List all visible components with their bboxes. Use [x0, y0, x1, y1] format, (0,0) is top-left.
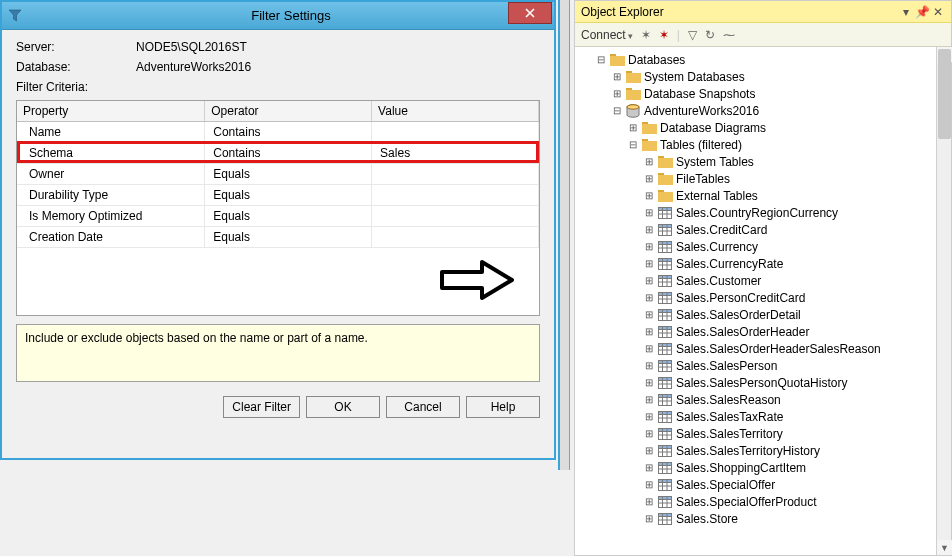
tree-table-node[interactable]: ⊞Sales.SalesTerritory — [579, 425, 950, 442]
expand-icon[interactable]: ⊞ — [643, 394, 655, 406]
clear-filter-button[interactable]: Clear Filter — [223, 396, 300, 418]
expand-icon[interactable]: ⊞ — [643, 275, 655, 287]
tree-table-node[interactable]: ⊞Sales.Customer — [579, 272, 950, 289]
expand-icon[interactable]: ⊞ — [611, 88, 623, 100]
tree-table-node[interactable]: ⊞Sales.SalesTaxRate — [579, 408, 950, 425]
criteria-cell-property[interactable]: Is Memory Optimized — [17, 206, 205, 227]
criteria-cell-property[interactable]: Creation Date — [17, 227, 205, 248]
expand-icon[interactable]: ⊞ — [627, 122, 639, 134]
disconnect-icon[interactable]: ✶ — [641, 28, 651, 42]
expand-icon[interactable]: ⊞ — [643, 496, 655, 508]
criteria-cell-operator[interactable]: Equals — [205, 164, 372, 185]
criteria-cell-operator[interactable]: Contains — [205, 122, 372, 143]
tree-table-node[interactable]: ⊞Sales.Currency — [579, 238, 950, 255]
cancel-button[interactable]: Cancel — [386, 396, 460, 418]
expand-icon[interactable]: ⊞ — [643, 326, 655, 338]
scroll-thumb[interactable] — [938, 49, 951, 139]
expand-icon[interactable]: ⊞ — [643, 156, 655, 168]
criteria-cell-operator[interactable]: Equals — [205, 185, 372, 206]
expand-icon[interactable]: ⊞ — [643, 360, 655, 372]
criteria-cell-property[interactable]: Schema — [17, 143, 205, 164]
expand-icon[interactable]: ⊞ — [643, 462, 655, 474]
pin-icon[interactable]: 📌 — [915, 5, 929, 19]
criteria-row[interactable]: Durability TypeEquals — [17, 185, 539, 206]
criteria-cell-property[interactable]: Name — [17, 122, 205, 143]
criteria-row[interactable]: Creation DateEquals — [17, 227, 539, 248]
criteria-cell-property[interactable]: Owner — [17, 164, 205, 185]
criteria-cell-value[interactable] — [372, 164, 539, 185]
tree-table-node[interactable]: ⊞Sales.CurrencyRate — [579, 255, 950, 272]
expand-icon[interactable]: ⊞ — [643, 173, 655, 185]
scroll-down-icon[interactable]: ▼ — [937, 540, 952, 555]
criteria-row[interactable]: NameContains — [17, 122, 539, 143]
expand-icon[interactable]: ⊞ — [643, 224, 655, 236]
tree-folder-node[interactable]: ⊞FileTables — [579, 170, 950, 187]
tree-table-node[interactable]: ⊞Sales.SalesPersonQuotaHistory — [579, 374, 950, 391]
tree-table-node[interactable]: ⊞Sales.SalesOrderHeaderSalesReason — [579, 340, 950, 357]
criteria-cell-operator[interactable]: Equals — [205, 227, 372, 248]
tree-table-node[interactable]: ⊞Sales.SalesReason — [579, 391, 950, 408]
tree-folder-node[interactable]: ⊞External Tables — [579, 187, 950, 204]
tree-table-node[interactable]: ⊞Sales.Store — [579, 510, 950, 527]
tree-table-node[interactable]: ⊞Sales.SpecialOffer — [579, 476, 950, 493]
close-button[interactable] — [508, 2, 552, 24]
collapse-icon[interactable]: ⊟ — [611, 105, 623, 117]
help-button[interactable]: Help — [466, 396, 540, 418]
criteria-row[interactable]: Is Memory OptimizedEquals — [17, 206, 539, 227]
ok-button[interactable]: OK — [306, 396, 380, 418]
tree-folder-node[interactable]: ⊟Databases — [579, 51, 950, 68]
criteria-cell-operator[interactable]: Contains — [205, 143, 372, 164]
object-explorer-tree[interactable]: ⊟Databases⊞System Databases⊞Database Sna… — [575, 47, 951, 555]
criteria-cell-property[interactable]: Durability Type — [17, 185, 205, 206]
expand-icon[interactable]: ⊞ — [643, 411, 655, 423]
expand-icon[interactable]: ⊞ — [643, 207, 655, 219]
tree-db-node[interactable]: ⊟AdventureWorks2016 — [579, 102, 950, 119]
tree-table-node[interactable]: ⊞Sales.SalesOrderDetail — [579, 306, 950, 323]
expand-icon[interactable]: ⊞ — [643, 292, 655, 304]
expand-icon[interactable]: ⊞ — [643, 190, 655, 202]
stop-icon[interactable]: ✶ — [659, 28, 669, 42]
window-dropdown-icon[interactable]: ▾ — [899, 5, 913, 19]
object-explorer-titlebar[interactable]: Object Explorer ▾ 📌 ✕ — [575, 1, 951, 23]
col-operator[interactable]: Operator — [205, 101, 372, 122]
activity-icon[interactable]: ⁓ — [723, 28, 735, 42]
collapse-icon[interactable]: ⊟ — [627, 139, 639, 151]
tree-table-node[interactable]: ⊞Sales.CountryRegionCurrency — [579, 204, 950, 221]
expand-icon[interactable]: ⊞ — [643, 258, 655, 270]
col-property[interactable]: Property — [17, 101, 205, 122]
expand-icon[interactable]: ⊞ — [643, 479, 655, 491]
tree-table-node[interactable]: ⊞Sales.CreditCard — [579, 221, 950, 238]
expand-icon[interactable]: ⊞ — [643, 309, 655, 321]
criteria-cell-value[interactable] — [372, 185, 539, 206]
expand-icon[interactable]: ⊞ — [643, 241, 655, 253]
criteria-cell-value[interactable] — [372, 206, 539, 227]
expand-icon[interactable]: ⊞ — [611, 71, 623, 83]
criteria-row[interactable]: OwnerEquals — [17, 164, 539, 185]
criteria-cell-operator[interactable]: Equals — [205, 206, 372, 227]
connect-button[interactable]: Connect — [581, 28, 633, 42]
tree-folder-node[interactable]: ⊞Database Snapshots — [579, 85, 950, 102]
expand-icon[interactable]: ⊞ — [643, 428, 655, 440]
close-icon[interactable]: ✕ — [931, 5, 945, 19]
vertical-scrollbar[interactable]: ▲ ▼ — [936, 47, 951, 555]
expand-icon[interactable]: ⊞ — [643, 513, 655, 525]
tree-folder-node[interactable]: ⊞System Databases — [579, 68, 950, 85]
tree-table-node[interactable]: ⊞Sales.SalesPerson — [579, 357, 950, 374]
tree-table-node[interactable]: ⊞Sales.PersonCreditCard — [579, 289, 950, 306]
tree-table-node[interactable]: ⊞Sales.ShoppingCartItem — [579, 459, 950, 476]
tree-folder-node[interactable]: ⊞System Tables — [579, 153, 950, 170]
tree-folder-node[interactable]: ⊟Tables (filtered) — [579, 136, 950, 153]
expand-icon[interactable]: ⊞ — [643, 445, 655, 457]
criteria-row[interactable]: SchemaContainsSales — [17, 143, 539, 164]
tree-table-node[interactable]: ⊞Sales.SalesOrderHeader — [579, 323, 950, 340]
criteria-cell-value[interactable] — [372, 122, 539, 143]
tree-table-node[interactable]: ⊞Sales.SalesTerritoryHistory — [579, 442, 950, 459]
tree-folder-node[interactable]: ⊞Database Diagrams — [579, 119, 950, 136]
criteria-cell-value[interactable]: Sales — [372, 143, 539, 164]
refresh-icon[interactable]: ↻ — [705, 28, 715, 42]
expand-icon[interactable]: ⊞ — [643, 343, 655, 355]
criteria-cell-value[interactable] — [372, 227, 539, 248]
filter-criteria-grid[interactable]: Property Operator Value NameContainsSche… — [16, 100, 540, 316]
dialog-titlebar[interactable]: Filter Settings — [2, 2, 554, 30]
collapse-icon[interactable]: ⊟ — [595, 54, 607, 66]
